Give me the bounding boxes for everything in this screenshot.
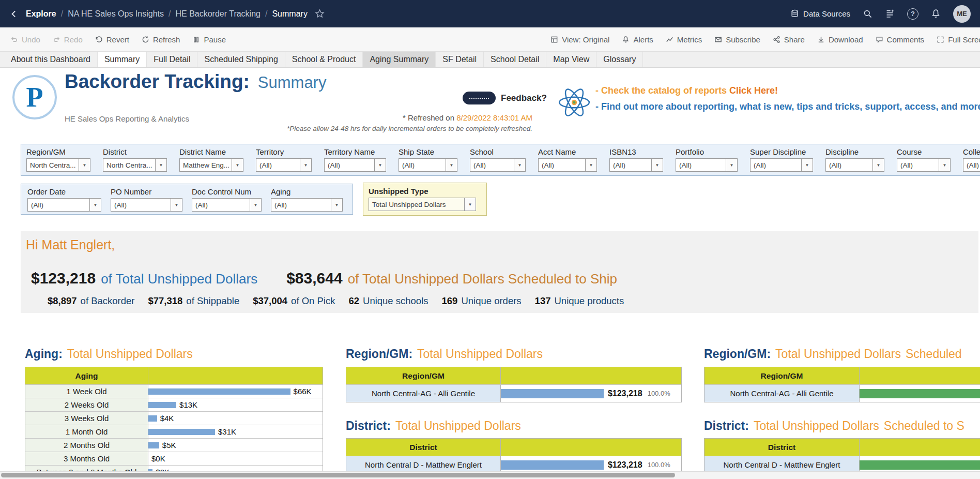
table-row[interactable]: 1 Month Old $31K [25, 425, 323, 438]
bar-mark[interactable] [501, 460, 604, 470]
filter-school-dropdown[interactable]: (All)▼ [470, 158, 526, 172]
undo-button[interactable]: Undo [4, 35, 47, 44]
tab-map-view[interactable]: Map View [546, 52, 596, 67]
whats-new-icon[interactable] [885, 9, 895, 19]
filter-district-dropdown[interactable]: North Centra...▼ [103, 158, 167, 172]
bar-mark[interactable] [148, 442, 159, 448]
filter-college-dropdown[interactable]: (All)▼ [963, 158, 980, 172]
district-chart-title: District:Total Unshipped Dollars [346, 419, 521, 433]
chevron-down-icon: ▼ [872, 159, 884, 171]
column-header: District [705, 439, 860, 456]
table-row[interactable]: 3 Months Old $0K [25, 452, 323, 465]
comments-button[interactable]: Comments [869, 35, 931, 44]
filter-ship-state-dropdown[interactable]: (All)▼ [399, 158, 457, 172]
table-row[interactable]: North Central-AG - Alli Gentile $123,218… [346, 384, 681, 402]
horizontal-scrollbar[interactable] [0, 471, 980, 479]
filter-acct-name-dropdown[interactable]: (All)▼ [538, 158, 597, 172]
filter-order-date-dropdown[interactable]: (All)▼ [27, 198, 101, 212]
filter-doc-control-num: Doc Control Num (All)▼ [192, 187, 262, 214]
catalog-link[interactable]: Click Here! [729, 85, 778, 96]
filter-course-dropdown[interactable]: (All)▼ [897, 158, 951, 172]
filter-po-number-dropdown[interactable]: (All)▼ [111, 198, 182, 212]
table-row[interactable]: 1 Week Old $66K [25, 384, 323, 398]
tab-scheduled-shipping[interactable]: Scheduled Shipping [197, 52, 285, 67]
comment-icon [876, 36, 883, 43]
table-row[interactable]: 2 Months Old $5K [25, 438, 323, 452]
table-row[interactable]: 2 Weeks Old $13K [25, 398, 323, 411]
filter-isbn13-dropdown[interactable]: (All)▼ [609, 158, 663, 172]
breadcrumb-workbook[interactable]: HE Backorder Tracking [175, 9, 261, 19]
dashboard-canvas: P Backorder Tracking:Summary HE Sales Op… [0, 68, 980, 479]
tab-about-this-dashboard[interactable]: About this Dashboard [4, 52, 98, 67]
download-icon [817, 36, 825, 43]
bar-mark[interactable] [860, 460, 980, 470]
bar-mark[interactable] [148, 429, 215, 435]
view-original-button[interactable]: View: Original [544, 35, 616, 44]
filter-region-gm: Region/GM North Centra...▼ [26, 147, 90, 175]
tab-sf-detail[interactable]: SF Detail [436, 52, 484, 67]
back-icon[interactable] [9, 9, 19, 19]
notifications-bell-icon[interactable] [931, 9, 941, 19]
tab-aging-summary[interactable]: Aging Summary [363, 52, 436, 67]
filter-district-name-dropdown[interactable]: Matthew Eng...▼ [179, 158, 243, 172]
breadcrumb-explore[interactable]: Explore [26, 9, 56, 19]
region-scheduled-bar-table: Region/GM North Central-AG - Alli Gentil… [704, 367, 980, 402]
metrics-button[interactable]: Metrics [660, 35, 708, 44]
filter-district-name: District Name Matthew Eng...▼ [179, 147, 243, 175]
chevron-down-icon: ▼ [250, 199, 261, 211]
filter-bar-secondary: Order Date (All)▼ PO Number (All)▼ Doc C… [21, 184, 353, 215]
tab-full-detail[interactable]: Full Detail [147, 52, 197, 67]
filter-super-discipline: Super Discipline (All)▼ [750, 147, 813, 175]
table-row[interactable]: North Central-AG - Alli Gentile [705, 384, 980, 402]
redo-button[interactable]: Redo [47, 35, 89, 44]
alerts-button[interactable]: Alerts [616, 35, 659, 44]
column-header: Region/GM [346, 367, 501, 384]
table-row[interactable]: 3 Weeks Old $4K [25, 411, 323, 425]
breadcrumb-project[interactable]: NA HE Sales Ops Insights [68, 9, 164, 19]
total-unshipped-label: of Total Unshipped Dollars [101, 271, 257, 287]
bar-mark[interactable] [148, 415, 157, 422]
filter-region-gm-dropdown[interactable]: North Centra...▼ [26, 158, 90, 172]
filter-aging-dropdown[interactable]: (All)▼ [271, 198, 343, 212]
envelope-icon [714, 36, 722, 43]
tab-school-detail[interactable]: School Detail [484, 52, 546, 67]
download-button[interactable]: Download [811, 35, 869, 44]
subscribe-button[interactable]: Subscribe [708, 35, 767, 44]
tab-summary[interactable]: Summary [98, 52, 147, 67]
promo-links: - Check the catalog of reports Click Her… [595, 85, 980, 112]
table-row[interactable]: North Central D - Matthew Englert [705, 456, 980, 473]
share-button[interactable]: Share [767, 35, 811, 44]
region-bar-table: Region/GM North Central-AG - Alli Gentil… [346, 367, 682, 402]
bar-mark[interactable] [148, 402, 176, 408]
filter-portfolio-dropdown[interactable]: (All)▼ [676, 158, 738, 172]
favorite-star-icon[interactable] [315, 9, 325, 19]
full-screen-button[interactable]: Full Screen [930, 35, 980, 44]
filter-doc-control-num-dropdown[interactable]: (All)▼ [192, 198, 262, 212]
bar-mark[interactable] [501, 389, 604, 398]
filter-territory-name-dropdown[interactable]: (All)▼ [324, 158, 386, 172]
pause-button[interactable]: Pause [186, 35, 232, 44]
pause-icon [192, 36, 200, 43]
aging-chart-title: Aging:Total Unshipped Dollars [25, 347, 193, 361]
revert-button[interactable]: Revert [89, 35, 135, 44]
bar-mark[interactable] [148, 388, 290, 395]
filter-discipline-dropdown[interactable]: (All)▼ [825, 158, 884, 172]
bar-mark[interactable] [860, 389, 980, 398]
refresh-button[interactable]: Refresh [135, 35, 187, 44]
org-subtitle: HE Sales Ops Reporting & Analytics [65, 114, 189, 123]
unshipped-type-dropdown[interactable]: Total Unshipped Dollars▼ [369, 198, 476, 211]
chevron-down-icon: ▼ [300, 159, 311, 171]
tab-glossary[interactable]: Glossary [596, 52, 643, 67]
scheduled-ship-label: of Total Unshipped Dollars Scheduled to … [348, 271, 617, 287]
table-row[interactable]: North Central D - Matthew Englert $123,2… [346, 456, 681, 473]
region-chart-title: Region/GM:Total Unshipped Dollars [346, 347, 543, 361]
user-avatar[interactable]: ME [953, 5, 971, 23]
search-icon[interactable] [863, 9, 872, 19]
help-icon[interactable]: ? [907, 8, 918, 20]
feedback-button[interactable]: Feedback? [463, 92, 547, 104]
tab-school-product[interactable]: School & Product [285, 52, 363, 67]
filter-territory-dropdown[interactable]: (All)▼ [256, 158, 312, 172]
data-sources-button[interactable]: Data Sources [790, 9, 850, 18]
filter-super-discipline-dropdown[interactable]: (All)▼ [750, 158, 813, 172]
horizontal-scrollbar-thumb[interactable] [1, 473, 675, 477]
